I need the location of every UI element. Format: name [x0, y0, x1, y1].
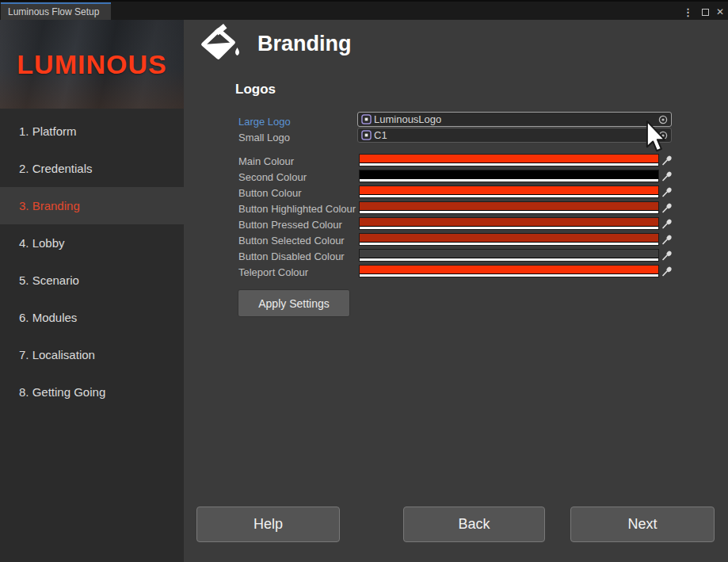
paint-bucket-icon	[200, 22, 242, 63]
luminous-flow-setup-window: { "window": { "tab_title": "Luminous Flo…	[0, 0, 728, 562]
swatch-color	[360, 170, 658, 178]
setup-steps-nav: 1. Platform 2. Credentials 3. Branding 4…	[0, 109, 184, 411]
swatch-color	[360, 155, 658, 162]
color-field-label: Button Disabled Colour	[238, 250, 345, 262]
swatch-color	[360, 186, 658, 194]
color-field-row: Button Colour	[184, 185, 728, 201]
sprite-icon	[361, 114, 372, 124]
swatch-color	[360, 218, 658, 226]
sidebar: LUMINOUS 1. Platform 2. Credentials 3. B…	[0, 20, 184, 562]
close-icon[interactable]: ✕	[716, 7, 724, 17]
teleport-colour-swatch[interactable]	[359, 265, 659, 277]
button-pressed-colour-swatch[interactable]	[359, 217, 659, 230]
color-field-row: Button Selected Colour	[184, 233, 728, 249]
main-colour-swatch[interactable]	[359, 154, 659, 166]
button-selected-colour-swatch[interactable]	[359, 233, 659, 246]
color-field-label: Button Colour	[238, 187, 302, 199]
color-field-label: Button Pressed Colour	[238, 219, 342, 231]
sidebar-item-branding[interactable]: 3. Branding	[0, 187, 184, 224]
button-disabled-colour-swatch[interactable]	[359, 249, 659, 262]
swatch-alpha-bar	[360, 195, 658, 197]
second-colour-swatch[interactable]	[359, 170, 659, 182]
sidebar-item-label: 1. Platform	[19, 124, 77, 138]
luminous-logo: LUMINOUS	[17, 49, 166, 80]
small-logo-value: C1	[374, 129, 387, 141]
color-field-row: Button Highlighted Colour	[184, 201, 728, 217]
color-field-label: Button Selected Colour	[238, 235, 345, 247]
button-colour-swatch[interactable]	[359, 185, 659, 198]
large-logo-label: Large Logo	[238, 116, 291, 128]
swatch-color	[360, 250, 658, 258]
menu-kebab-icon[interactable]: ⋮	[681, 7, 695, 17]
sidebar-item-lobby[interactable]: 4. Lobby	[0, 224, 184, 262]
sidebar-logo-banner: LUMINOUS	[0, 20, 184, 109]
color-field-label: Main Colour	[238, 155, 294, 167]
swatch-color	[360, 266, 658, 273]
eyedropper-icon[interactable]	[661, 170, 673, 182]
eyedropper-icon[interactable]	[661, 217, 673, 230]
color-field-row: Teleport Colour	[184, 265, 728, 281]
eyedropper-icon[interactable]	[661, 233, 673, 246]
sidebar-item-credentials[interactable]: 2. Credentials	[0, 150, 184, 187]
eyedropper-icon[interactable]	[661, 265, 673, 277]
branding-panel: Branding Logos Large Logo LuminousLogo S…	[184, 20, 728, 562]
color-field-label: Second Colour	[238, 171, 307, 183]
swatch-color	[360, 202, 658, 210]
swatch-alpha-bar	[360, 258, 658, 261]
next-button[interactable]: Next	[570, 507, 715, 542]
object-picker-icon[interactable]	[657, 114, 669, 125]
swatch-color	[360, 234, 658, 242]
swatch-alpha-bar	[360, 274, 658, 277]
eyedropper-icon[interactable]	[661, 154, 673, 166]
window-content: LUMINOUS 1. Platform 2. Credentials 3. B…	[0, 20, 728, 562]
sidebar-item-label: 6. Modules	[19, 311, 77, 324]
help-button[interactable]: Help	[196, 507, 340, 542]
swatch-alpha-bar	[360, 211, 658, 213]
sidebar-item-label: 7. Localisation	[19, 348, 95, 361]
maximize-icon[interactable]	[702, 9, 709, 16]
small-logo-object-field[interactable]: C1	[357, 128, 672, 143]
eyedropper-icon[interactable]	[661, 249, 673, 262]
sidebar-item-scenario[interactable]: 5. Scenario	[0, 262, 184, 299]
swatch-alpha-bar	[360, 227, 658, 229]
logos-section-title: Logos	[235, 82, 276, 97]
color-field-row: Button Pressed Colour	[184, 217, 728, 233]
color-field-label: Button Highlighted Colour	[238, 203, 356, 215]
sidebar-item-getting-going[interactable]: 8. Getting Going	[0, 373, 184, 411]
sidebar-item-platform[interactable]: 1. Platform	[0, 113, 184, 150]
swatch-alpha-bar	[360, 163, 658, 166]
color-field-row: Main Colour	[184, 154, 728, 170]
sidebar-item-label: 4. Lobby	[19, 236, 65, 250]
color-field-label: Teleport Colour	[238, 266, 308, 278]
eyedropper-icon[interactable]	[661, 201, 673, 214]
swatch-alpha-bar	[360, 243, 658, 245]
page-title: Branding	[257, 32, 352, 56]
sidebar-item-label: 3. Branding	[19, 199, 80, 212]
swatch-alpha-bar	[360, 179, 658, 182]
sidebar-item-modules[interactable]: 6. Modules	[0, 299, 184, 336]
window-tab[interactable]: Luminous Flow Setup	[1, 2, 111, 20]
color-field-row: Button Disabled Colour	[184, 249, 728, 265]
large-logo-object-field[interactable]: LuminousLogo	[357, 112, 672, 127]
eyedropper-icon[interactable]	[661, 185, 673, 198]
sidebar-item-label: 8. Getting Going	[19, 385, 105, 399]
window-tab-label: Luminous Flow Setup	[8, 6, 99, 17]
sprite-icon	[361, 130, 372, 140]
large-logo-value: LuminousLogo	[374, 113, 441, 125]
sidebar-item-label: 5. Scenario	[19, 273, 79, 287]
button-highlighted-colour-swatch[interactable]	[359, 201, 659, 214]
object-picker-icon[interactable]	[657, 130, 669, 141]
titlebar: Luminous Flow Setup ⋮ ✕	[0, 0, 728, 20]
color-field-row: Second Colour	[184, 170, 728, 185]
sidebar-item-label: 2. Credentials	[19, 162, 93, 175]
sidebar-item-localisation[interactable]: 7. Localisation	[0, 336, 184, 373]
apply-settings-button[interactable]: Apply Settings	[238, 289, 350, 317]
small-logo-label: Small Logo	[238, 132, 290, 143]
back-button[interactable]: Back	[403, 507, 545, 542]
window-controls: ⋮ ✕	[681, 4, 724, 20]
